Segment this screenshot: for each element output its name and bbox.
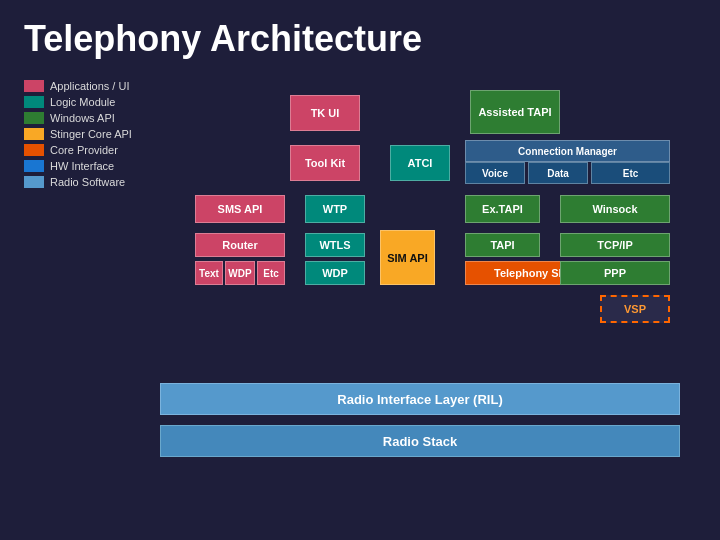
legend-label-hw: HW Interface	[50, 160, 114, 172]
box-ppp: PPP	[560, 261, 670, 285]
box-assisted-tapi: Assisted TAPI	[470, 90, 560, 134]
box-tcpip: TCP/IP	[560, 233, 670, 257]
box-wdp: WDP	[305, 261, 365, 285]
box-router: Router	[195, 233, 285, 257]
box-wdp-router: WDP	[225, 261, 255, 285]
legend-label-radio: Radio Software	[50, 176, 125, 188]
legend-label-logic: Logic Module	[50, 96, 115, 108]
box-text: Text	[195, 261, 223, 285]
legend-item-logic: Logic Module	[24, 96, 132, 108]
legend-color-windows	[24, 112, 44, 124]
legend-label-applications: Applications / UI	[50, 80, 129, 92]
legend-color-core	[24, 144, 44, 156]
box-toolkit: Tool Kit	[290, 145, 360, 181]
legend-item-core: Core Provider	[24, 144, 132, 156]
box-cm-data: Data	[528, 162, 588, 184]
legend-color-applications	[24, 80, 44, 92]
box-cm-voice: Voice	[465, 162, 525, 184]
legend-color-hw	[24, 160, 44, 172]
architecture-diagram: TK UI Assisted TAPI Tool Kit ATCI Connec…	[160, 75, 700, 495]
layer-ril: Radio Interface Layer (RIL)	[160, 383, 680, 415]
box-tkui: TK UI	[290, 95, 360, 131]
layer-radio-stack: Radio Stack	[160, 425, 680, 457]
legend-color-radio	[24, 176, 44, 188]
box-sim-api: SIM API	[380, 230, 435, 285]
legend-item-windows: Windows API	[24, 112, 132, 124]
legend: Applications / UI Logic Module Windows A…	[24, 80, 132, 188]
box-etc-router: Etc	[257, 261, 285, 285]
page-title: Telephony Architecture	[0, 0, 720, 70]
legend-color-stinger	[24, 128, 44, 140]
box-vsp: VSP	[600, 295, 670, 323]
box-connection-manager: Connection Manager	[465, 140, 670, 162]
box-extapi: Ex.TAPI	[465, 195, 540, 223]
box-wtls: WTLS	[305, 233, 365, 257]
legend-item-hw: HW Interface	[24, 160, 132, 172]
box-tapi: TAPI	[465, 233, 540, 257]
legend-item-radio: Radio Software	[24, 176, 132, 188]
box-wtp: WTP	[305, 195, 365, 223]
legend-color-logic	[24, 96, 44, 108]
legend-item-stinger: Stinger Core API	[24, 128, 132, 140]
page: Telephony Architecture Applications / UI…	[0, 0, 720, 540]
legend-label-stinger: Stinger Core API	[50, 128, 132, 140]
legend-item-applications: Applications / UI	[24, 80, 132, 92]
box-sms-api: SMS API	[195, 195, 285, 223]
box-cm-etc: Etc	[591, 162, 670, 184]
box-winsock: Winsock	[560, 195, 670, 223]
legend-label-core: Core Provider	[50, 144, 118, 156]
legend-label-windows: Windows API	[50, 112, 115, 124]
box-atci: ATCI	[390, 145, 450, 181]
